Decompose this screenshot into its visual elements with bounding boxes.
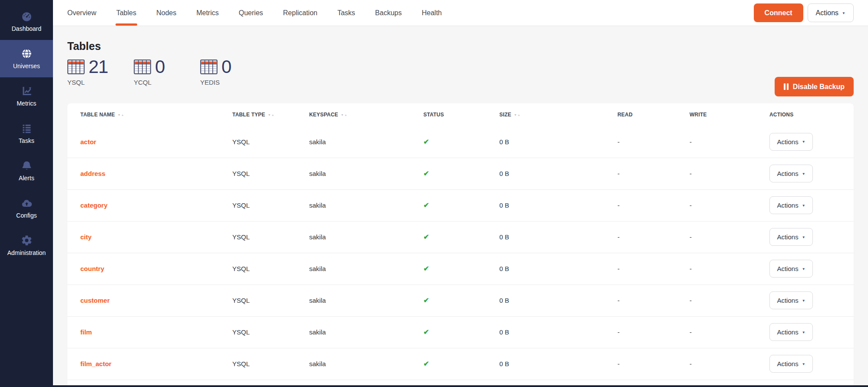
table-name-link[interactable]: city — [80, 233, 92, 241]
tab-tasks[interactable]: Tasks — [337, 0, 355, 26]
row-actions-button[interactable]: Actions▼ — [769, 355, 813, 373]
table-type-cell: YSQL — [232, 221, 309, 253]
connect-button[interactable]: Connect — [754, 3, 803, 22]
column-header-label: SIZE — [499, 112, 511, 118]
table-name-link[interactable]: address — [80, 170, 106, 177]
row-actions-button[interactable]: Actions▼ — [769, 323, 813, 341]
sidebar-item-dashboard[interactable]: Dashboard — [0, 3, 53, 40]
sort-arrows-icon[interactable]: ▼▲ — [514, 113, 521, 116]
status-cell: ✔ — [423, 221, 499, 253]
table-type-cell: YSQL — [232, 284, 309, 316]
table-grid-icon — [200, 60, 218, 74]
tab-nodes[interactable]: Nodes — [156, 0, 176, 26]
row-actions-button[interactable]: Actions▼ — [769, 260, 813, 278]
sidebar-item-administration[interactable]: Administration — [0, 227, 53, 264]
tab-health[interactable]: Health — [422, 0, 442, 26]
read-cell: - — [617, 284, 690, 316]
table-row: customer YSQL sakila ✔ 0 B - - Actions▼ — [67, 284, 854, 316]
keyspace-cell: sakila — [309, 158, 423, 189]
sort-arrows-icon[interactable]: ▼▲ — [341, 113, 348, 116]
tab-tables[interactable]: Tables — [116, 0, 136, 26]
sidebar-item-universes[interactable]: Universes — [0, 40, 53, 77]
column-header-size[interactable]: SIZE▼▲ — [499, 103, 617, 126]
keyspace-cell: sakila — [309, 189, 423, 221]
tables-card: TABLE NAME▼▲ TABLE TYPE▼▲ KEYSPACE▼▲ STA… — [67, 103, 854, 387]
check-icon: ✔ — [423, 265, 429, 272]
check-icon: ✔ — [423, 202, 429, 209]
table-name-link[interactable]: country — [80, 265, 104, 272]
main-area: OverviewTablesNodesMetricsQueriesReplica… — [53, 0, 868, 387]
table-type-cell: YSQL — [232, 158, 309, 189]
write-cell: - — [690, 189, 769, 221]
sidebar-item-label: Dashboard — [12, 25, 42, 32]
row-actions-button[interactable]: Actions▼ — [769, 133, 813, 151]
stat-count: 21 — [89, 58, 108, 76]
disable-backup-button[interactable]: Disable Backup — [775, 77, 854, 96]
tab-overview[interactable]: Overview — [67, 0, 96, 26]
stat-label: YSQL — [67, 79, 134, 86]
row-actions-button[interactable]: Actions▼ — [769, 291, 813, 309]
check-icon: ✔ — [423, 170, 429, 177]
read-cell: - — [617, 126, 690, 158]
pause-icon — [784, 83, 789, 90]
size-cell: 0 B — [499, 316, 617, 348]
sidebar-item-tasks[interactable]: Tasks — [0, 115, 53, 152]
row-actions-button[interactable]: Actions▼ — [769, 165, 813, 182]
row-actions-button[interactable]: Actions▼ — [769, 228, 813, 246]
disable-backup-label: Disable Backup — [793, 83, 845, 91]
table-name-link[interactable]: actor — [80, 138, 96, 146]
table-name-link[interactable]: customer — [80, 297, 110, 304]
status-cell: ✔ — [423, 253, 499, 284]
column-header-actions: ACTIONS — [769, 103, 854, 126]
sidebar-item-label: Metrics — [17, 100, 36, 107]
table-count-stat: 0 YEDIS — [200, 58, 267, 86]
read-cell: - — [617, 189, 690, 221]
column-header-table-type[interactable]: TABLE TYPE▼▲ — [232, 103, 309, 126]
write-cell: - — [690, 316, 769, 348]
table-name-link[interactable]: film_actor — [80, 360, 112, 367]
caret-down-icon: ▼ — [802, 172, 805, 176]
sort-arrows-icon[interactable]: ▼▲ — [268, 113, 275, 116]
row-actions-label: Actions — [777, 170, 798, 177]
size-cell: 0 B — [499, 253, 617, 284]
row-actions-button[interactable]: Actions▼ — [769, 196, 813, 214]
row-actions-label: Actions — [777, 360, 798, 367]
actions-dropdown-button[interactable]: Actions▼ — [808, 3, 854, 22]
stat-count: 0 — [221, 58, 231, 76]
tab-replication[interactable]: Replication — [283, 0, 317, 26]
size-cell: 0 B — [499, 284, 617, 316]
row-actions-label: Actions — [777, 202, 798, 209]
write-cell: - — [690, 158, 769, 189]
tab-backups[interactable]: Backups — [375, 0, 402, 26]
table-row: country YSQL sakila ✔ 0 B - - Actions▼ — [67, 253, 854, 284]
table-row: actor YSQL sakila ✔ 0 B - - Actions▼ — [67, 126, 854, 158]
sidebar-item-metrics[interactable]: Metrics — [0, 77, 53, 115]
status-cell: ✔ — [423, 189, 499, 221]
status-cell: ✔ — [423, 284, 499, 316]
tab-metrics[interactable]: Metrics — [196, 0, 219, 26]
column-header-label: TABLE TYPE — [232, 112, 265, 118]
sidebar-item-label: Tasks — [19, 137, 34, 144]
read-cell: - — [617, 158, 690, 189]
table-type-cell: YSQL — [232, 316, 309, 348]
keyspace-cell: sakila — [309, 253, 423, 284]
sort-arrows-icon[interactable]: ▼▲ — [118, 113, 125, 116]
caret-down-icon: ▼ — [802, 363, 805, 366]
tab-queries[interactable]: Queries — [239, 0, 263, 26]
column-header-status: STATUS — [423, 103, 499, 126]
globe-icon — [21, 48, 33, 60]
write-cell: - — [690, 221, 769, 253]
table-name-link[interactable]: category — [80, 202, 108, 209]
keyspace-cell: sakila — [309, 221, 423, 253]
column-header-table-name[interactable]: TABLE NAME▼▲ — [67, 103, 232, 126]
column-header-keyspace[interactable]: KEYSPACE▼▲ — [309, 103, 423, 126]
keyspace-cell: sakila — [309, 284, 423, 316]
sidebar-item-configs[interactable]: Configs — [0, 189, 53, 227]
column-header-label: KEYSPACE — [309, 112, 338, 118]
table-name-link[interactable]: film — [80, 328, 92, 336]
nav-buttons: Connect Actions▼ — [754, 0, 854, 26]
write-cell: - — [690, 126, 769, 158]
table-row: city YSQL sakila ✔ 0 B - - Actions▼ — [67, 221, 854, 253]
table-row: film_actor YSQL sakila ✔ 0 B - - Actions… — [67, 348, 854, 380]
sidebar-item-alerts[interactable]: Alerts — [0, 152, 53, 189]
